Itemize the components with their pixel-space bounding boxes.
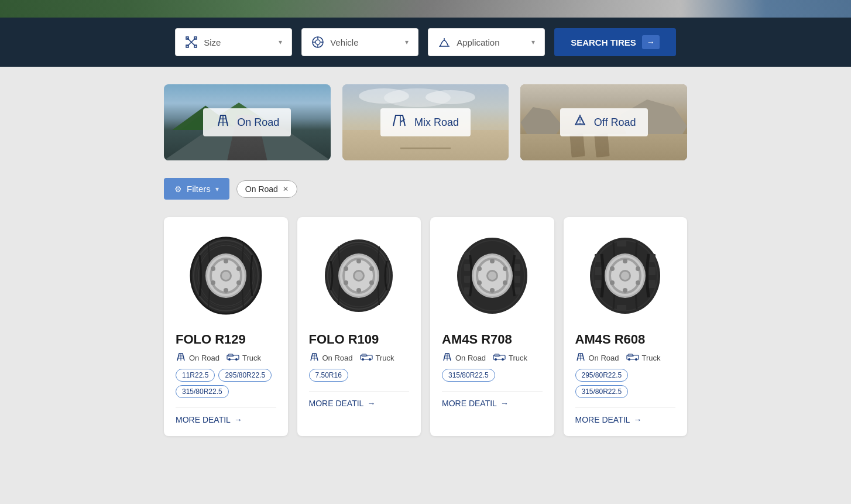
on-road-label-container: On Road — [203, 108, 291, 136]
svg-point-100 — [623, 259, 627, 263]
tire-vehicle-label-3: Truck — [642, 354, 661, 362]
svg-point-76 — [503, 266, 507, 271]
svg-point-84 — [502, 358, 504, 361]
category-on-road[interactable]: On Road — [164, 84, 331, 160]
size-icon — [185, 36, 198, 49]
svg-point-30 — [211, 280, 215, 285]
more-detail-arrow-3: → — [633, 415, 641, 424]
tire-card-3: AM4S R608 On Road — [564, 217, 688, 436]
svg-rect-94 — [617, 241, 626, 246]
mix-road-label-container: Mix Road — [380, 108, 471, 136]
category-off-road[interactable]: Off Road — [520, 84, 687, 160]
svg-point-33 — [222, 272, 230, 280]
tire-meta-3: On Road Truck — [575, 353, 676, 363]
svg-point-102 — [610, 266, 615, 271]
svg-point-28 — [211, 266, 215, 271]
svg-point-31 — [236, 280, 241, 285]
svg-rect-63 — [464, 276, 470, 283]
tire-road-label-1: On Road — [322, 354, 353, 362]
tire-road-label-0: On Road — [189, 354, 219, 362]
search-tires-button[interactable]: SEARCH TIRES → — [554, 28, 676, 56]
vehicle-type-icon-0 — [227, 353, 239, 363]
off-road-label-container: Off Road — [560, 108, 648, 136]
size-dropdown[interactable]: Size ▾ — [175, 28, 292, 56]
tire-vehicle-label-1: Truck — [376, 354, 394, 362]
tire-image-3 — [575, 229, 676, 323]
tire-size-tag-3-0: 295/80R22.5 — [575, 369, 629, 382]
svg-point-36 — [228, 358, 231, 361]
more-detail-arrow-2: → — [500, 399, 509, 408]
more-detail-arrow-1: → — [367, 399, 375, 408]
svg-point-53 — [355, 272, 363, 280]
road-type-icon-1 — [309, 353, 320, 363]
svg-point-75 — [477, 266, 482, 271]
filter-icon: ⚙ — [174, 184, 182, 194]
size-label: Size — [204, 37, 273, 47]
tire-road-type-0: On Road — [176, 353, 219, 363]
svg-point-74 — [490, 288, 495, 293]
svg-point-48 — [344, 266, 348, 271]
tire-size-tag-2-0: 315/80R22.5 — [442, 369, 495, 382]
more-detail-link-3[interactable]: MORE DEATIL → — [575, 415, 676, 424]
svg-point-16 — [579, 123, 581, 124]
tire-card-2: AM4S R708 On Road — [430, 217, 554, 436]
vehicle-label: Vehicle — [330, 37, 399, 47]
svg-point-37 — [235, 358, 238, 361]
category-mix-road[interactable]: Mix Road — [342, 84, 509, 160]
tire-meta-2: On Road Truck — [442, 353, 543, 363]
road-type-icon-0 — [176, 353, 186, 363]
tire-sizes-1: 7.50R16 — [309, 369, 410, 382]
application-arrow: ▾ — [531, 38, 535, 46]
svg-rect-89 — [595, 267, 602, 275]
svg-point-57 — [369, 358, 371, 361]
tire-name-0: FOLO R129 — [176, 332, 276, 347]
svg-point-51 — [369, 280, 374, 285]
hero-bg — [0, 0, 851, 18]
more-detail-arrow-0: → — [234, 415, 242, 424]
svg-rect-68 — [514, 287, 520, 294]
filters-button[interactable]: ⚙ Filters ▾ — [164, 178, 229, 200]
svg-point-103 — [636, 266, 640, 271]
application-icon — [438, 36, 451, 49]
off-road-icon — [572, 114, 588, 131]
road-type-icon-2 — [442, 353, 452, 363]
svg-rect-62 — [464, 264, 470, 271]
tire-divider-1 — [309, 391, 410, 392]
svg-point-47 — [356, 288, 361, 293]
more-detail-link-0[interactable]: MORE DEATIL → — [176, 415, 276, 424]
svg-rect-64 — [464, 287, 470, 294]
tire-meta-1: On Road Truck — [309, 353, 410, 363]
svg-rect-90 — [595, 280, 602, 288]
svg-point-29 — [236, 266, 241, 271]
vehicle-type-icon-2 — [493, 353, 506, 363]
tire-meta-0: On Road Truck — [176, 353, 276, 363]
tire-size-tag-0-2: 315/80R22.5 — [176, 385, 229, 398]
tire-card-1: FOLO R109 On Road — [297, 217, 421, 436]
tire-size-tag-1-0: 7.50R16 — [309, 369, 348, 382]
application-dropdown[interactable]: Application ▾ — [428, 28, 545, 56]
svg-point-56 — [362, 358, 364, 361]
tire-divider-3 — [575, 407, 676, 408]
filter-tag-close[interactable]: ✕ — [283, 185, 289, 193]
tire-image-2 — [442, 229, 543, 323]
tire-vehicle-type-0: Truck — [227, 353, 261, 363]
tire-name-1: FOLO R109 — [309, 332, 410, 347]
vehicle-type-icon-3 — [626, 353, 639, 363]
filter-tag-on-road: On Road ✕ — [236, 180, 297, 198]
tire-name-3: AM4S R608 — [575, 332, 676, 347]
mix-road-icon — [392, 114, 409, 131]
off-road-text: Off Road — [594, 116, 636, 129]
vehicle-dropdown[interactable]: Vehicle ▾ — [301, 28, 418, 56]
svg-point-110 — [628, 358, 630, 361]
svg-point-83 — [495, 358, 497, 361]
on-road-icon — [215, 114, 231, 131]
more-detail-link-1[interactable]: MORE DEATIL → — [309, 399, 410, 408]
more-detail-link-2[interactable]: MORE DEATIL → — [442, 399, 543, 408]
tire-road-type-2: On Road — [442, 353, 486, 363]
tire-card-0: FOLO R129 On Road — [164, 217, 288, 436]
filter-tag-label: On Road — [245, 184, 278, 194]
tire-road-type-3: On Road — [575, 353, 619, 363]
tire-vehicle-label-2: Truck — [509, 354, 527, 362]
search-bar: Size ▾ Vehicle ▾ Application ▾ — [0, 18, 851, 67]
svg-point-105 — [636, 280, 640, 285]
